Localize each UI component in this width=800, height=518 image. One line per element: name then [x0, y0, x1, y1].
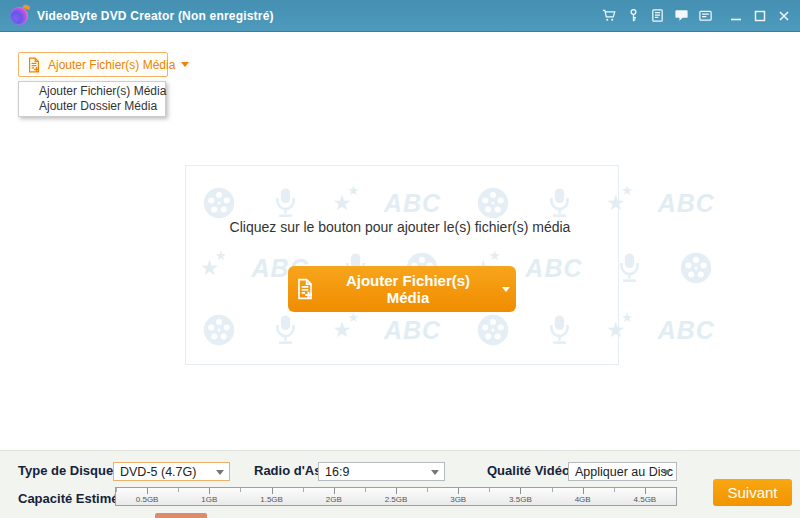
capacity-tick: 4GB: [552, 488, 614, 505]
app-logo-icon: [10, 7, 28, 25]
maximize-button[interactable]: [753, 9, 766, 22]
window-controls: [729, 9, 790, 22]
close-button[interactable]: [777, 9, 790, 22]
capacity-tick: 1.5GB: [240, 488, 302, 505]
video-quality-label: Qualité Vidéo:: [487, 463, 574, 478]
key-icon[interactable]: [625, 8, 641, 24]
chevron-down-icon: [663, 470, 671, 475]
film-reel-watermark-icon: [677, 249, 715, 287]
register-icon[interactable]: [649, 8, 665, 24]
add-media-dropdown-menu: Ajouter Fichier(s) Média Ajouter Dossier…: [18, 81, 166, 117]
instruction-text: Cliquez sur le bouton pour ajouter le(s)…: [0, 219, 800, 235]
menu-item-add-files[interactable]: Ajouter Fichier(s) Média: [19, 84, 165, 99]
abc-watermark: ABC: [658, 189, 715, 218]
disc-type-value: DVD-5 (4.7G): [120, 465, 196, 479]
media-drop-frame: [185, 165, 619, 365]
capacity-tick: 2GB: [303, 488, 365, 505]
feedback-icon[interactable]: [673, 8, 689, 24]
app-window: VideoByte DVD Creator (Non enregistré) A…: [0, 0, 800, 518]
add-media-button-label: Ajouter Fichier(s) Média: [48, 58, 175, 72]
chevron-down-icon: [216, 470, 224, 475]
minimize-button[interactable]: [729, 9, 742, 22]
footer-panel: Type de Disque DVD-5 (4.7G) Radio d'Aspe…: [0, 450, 800, 518]
capacity-tick: 4.5GB: [614, 488, 676, 505]
video-quality-value: Appliquer au Disc: [575, 465, 673, 479]
aspect-ratio-value: 16:9: [325, 465, 349, 479]
menu-icon[interactable]: [697, 8, 713, 24]
add-media-button[interactable]: Ajouter Fichier(s) Média: [18, 52, 168, 77]
chevron-down-icon: [431, 470, 439, 475]
cart-icon[interactable]: [601, 8, 617, 24]
add-file-icon: [294, 278, 316, 300]
capacity-tick: 3GB: [427, 488, 489, 505]
next-button[interactable]: Suivant: [713, 479, 792, 506]
menu-item-add-folder[interactable]: Ajouter Dossier Média: [19, 99, 165, 114]
capacity-tick: 1GB: [178, 488, 240, 505]
capacity-tick: 2.5GB: [365, 488, 427, 505]
capacity-tick: 3.5GB: [489, 488, 551, 505]
video-quality-select[interactable]: Appliquer au Disc: [568, 462, 677, 481]
add-media-main-button-label: Ajouter Fichier(s) Média: [326, 272, 490, 306]
microphone-watermark-icon: [615, 250, 644, 286]
add-file-icon: [26, 57, 42, 73]
titlebar: VideoByte DVD Creator (Non enregistré): [0, 0, 800, 32]
disc-type-label: Type de Disque: [18, 463, 113, 478]
estimated-capacity-label: Capacité Estimée:: [18, 491, 130, 506]
abc-watermark: ABC: [658, 316, 715, 345]
chevron-down-icon: [502, 287, 510, 292]
capacity-gauge: 0.5GB1GB1.5GB2GB2.5GB3GB3.5GB4GB4.5GB: [115, 487, 677, 506]
cutoff-highlight-fragment: [155, 513, 207, 518]
disc-type-select[interactable]: DVD-5 (4.7G): [113, 462, 230, 481]
window-title: VideoByte DVD Creator (Non enregistré): [37, 9, 274, 23]
capacity-tick: 0.5GB: [116, 488, 178, 505]
aspect-ratio-select[interactable]: 16:9: [318, 462, 445, 481]
chevron-down-icon: [181, 62, 189, 67]
add-media-main-button[interactable]: Ajouter Fichier(s) Média: [288, 266, 516, 312]
titlebar-toolbar: [601, 8, 713, 24]
